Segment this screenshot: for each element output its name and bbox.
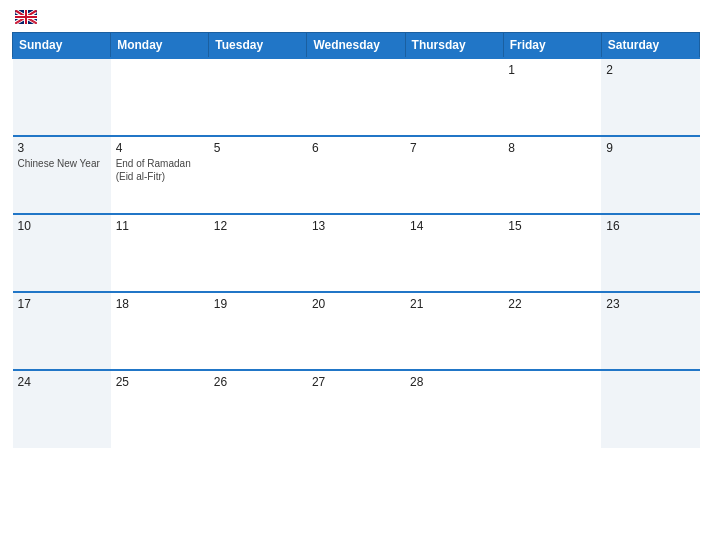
day-number: 14 xyxy=(410,219,498,233)
day-number: 21 xyxy=(410,297,498,311)
calendar-cell: 1 xyxy=(503,58,601,136)
day-number: 12 xyxy=(214,219,302,233)
calendar-cell: 14 xyxy=(405,214,503,292)
week-row-3: 17181920212223 xyxy=(13,292,700,370)
calendar-event: Chinese New Year xyxy=(18,157,106,170)
week-row-4: 2425262728 xyxy=(13,370,700,448)
calendar-cell: 20 xyxy=(307,292,405,370)
calendar-wrapper: SundayMondayTuesdayWednesdayThursdayFrid… xyxy=(0,0,712,550)
calendar-cell xyxy=(209,58,307,136)
day-number: 18 xyxy=(116,297,204,311)
calendar-cell xyxy=(503,370,601,448)
day-number: 16 xyxy=(606,219,694,233)
days-header-row: SundayMondayTuesdayWednesdayThursdayFrid… xyxy=(13,33,700,59)
calendar-cell: 26 xyxy=(209,370,307,448)
calendar-event: End of Ramadan xyxy=(116,157,204,170)
week-row-0: 12 xyxy=(13,58,700,136)
week-row-2: 10111213141516 xyxy=(13,214,700,292)
calendar-cell xyxy=(405,58,503,136)
day-header-saturday: Saturday xyxy=(601,33,699,59)
day-number: 27 xyxy=(312,375,400,389)
calendar-cell: 6 xyxy=(307,136,405,214)
calendar-cell: 16 xyxy=(601,214,699,292)
day-number: 1 xyxy=(508,63,596,77)
week-row-1: 3Chinese New Year4End of Ramadan(Eid al-… xyxy=(13,136,700,214)
calendar-cell xyxy=(307,58,405,136)
day-number: 4 xyxy=(116,141,204,155)
calendar-body: 123Chinese New Year4End of Ramadan(Eid a… xyxy=(13,58,700,448)
day-header-monday: Monday xyxy=(111,33,209,59)
day-number: 23 xyxy=(606,297,694,311)
day-number: 3 xyxy=(18,141,106,155)
day-number: 28 xyxy=(410,375,498,389)
day-number: 7 xyxy=(410,141,498,155)
calendar-cell: 9 xyxy=(601,136,699,214)
calendar-cell: 7 xyxy=(405,136,503,214)
day-number: 24 xyxy=(18,375,106,389)
calendar-header xyxy=(12,10,700,24)
calendar-cell xyxy=(13,58,111,136)
calendar-cell: 8 xyxy=(503,136,601,214)
calendar-cell: 15 xyxy=(503,214,601,292)
day-number: 13 xyxy=(312,219,400,233)
day-header-wednesday: Wednesday xyxy=(307,33,405,59)
logo-flag-icon xyxy=(15,10,37,24)
day-number: 20 xyxy=(312,297,400,311)
calendar-cell: 19 xyxy=(209,292,307,370)
day-number: 11 xyxy=(116,219,204,233)
svg-rect-12 xyxy=(15,16,37,18)
calendar-cell: 23 xyxy=(601,292,699,370)
day-number: 5 xyxy=(214,141,302,155)
day-number: 17 xyxy=(18,297,106,311)
day-number: 15 xyxy=(508,219,596,233)
calendar-cell: 22 xyxy=(503,292,601,370)
calendar-cell: 10 xyxy=(13,214,111,292)
day-number: 25 xyxy=(116,375,204,389)
calendar-cell: 21 xyxy=(405,292,503,370)
calendar-cell: 5 xyxy=(209,136,307,214)
calendar-thead: SundayMondayTuesdayWednesdayThursdayFrid… xyxy=(13,33,700,59)
calendar-cell: 3Chinese New Year xyxy=(13,136,111,214)
calendar-cell: 2 xyxy=(601,58,699,136)
day-number: 10 xyxy=(18,219,106,233)
day-header-tuesday: Tuesday xyxy=(209,33,307,59)
calendar-cell: 17 xyxy=(13,292,111,370)
calendar-cell xyxy=(601,370,699,448)
calendar-cell: 11 xyxy=(111,214,209,292)
day-header-thursday: Thursday xyxy=(405,33,503,59)
calendar-table: SundayMondayTuesdayWednesdayThursdayFrid… xyxy=(12,32,700,448)
day-number: 2 xyxy=(606,63,694,77)
calendar-cell: 12 xyxy=(209,214,307,292)
day-number: 22 xyxy=(508,297,596,311)
calendar-cell: 27 xyxy=(307,370,405,448)
calendar-cell: 4End of Ramadan(Eid al-Fitr) xyxy=(111,136,209,214)
calendar-cell: 28 xyxy=(405,370,503,448)
day-number: 8 xyxy=(508,141,596,155)
day-number: 9 xyxy=(606,141,694,155)
calendar-event: (Eid al-Fitr) xyxy=(116,170,204,183)
calendar-cell: 24 xyxy=(13,370,111,448)
day-number: 26 xyxy=(214,375,302,389)
calendar-cell: 13 xyxy=(307,214,405,292)
calendar-cell xyxy=(111,58,209,136)
day-number: 6 xyxy=(312,141,400,155)
day-header-friday: Friday xyxy=(503,33,601,59)
calendar-cell: 18 xyxy=(111,292,209,370)
calendar-cell: 25 xyxy=(111,370,209,448)
day-header-sunday: Sunday xyxy=(13,33,111,59)
logo xyxy=(12,10,37,24)
day-number: 19 xyxy=(214,297,302,311)
